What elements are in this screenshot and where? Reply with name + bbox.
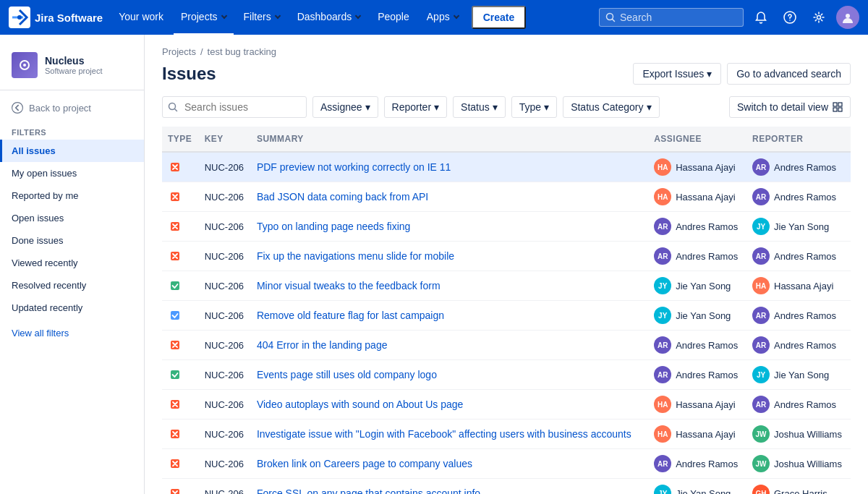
create-button[interactable]: Create: [472, 6, 527, 29]
search-issues-input[interactable]: [162, 96, 307, 118]
breadcrumb-projects[interactable]: Projects: [162, 46, 196, 57]
nav-apps[interactable]: Apps: [420, 0, 466, 35]
issue-reporter-cell: AR Andres Ramos: [746, 331, 851, 360]
table-row[interactable]: NUC-206 Minor visual tweaks to the feedb…: [162, 271, 851, 301]
issue-summary[interactable]: PDF preview not working correctly on IE …: [257, 161, 451, 173]
reporter-avatar: AR: [752, 158, 770, 176]
breadcrumb-project[interactable]: test bug tracking: [208, 46, 276, 57]
issue-summary[interactable]: Minor visual tweaks to the feedback form: [257, 280, 441, 291]
search-bar[interactable]: Search: [599, 8, 744, 27]
reporter-filter-button[interactable]: Reporter ▾: [384, 96, 447, 118]
issue-key[interactable]: NUC-206: [205, 429, 244, 440]
issue-key[interactable]: NUC-206: [205, 251, 244, 262]
reporter-name: Andres Ramos: [774, 340, 836, 351]
settings-button[interactable]: [807, 6, 830, 29]
table-row[interactable]: NUC-206 Force SSL on any page that conta…: [162, 479, 851, 495]
issue-type-icon-story: [168, 278, 182, 293]
issue-summary[interactable]: Video autoplays with sound on About Us p…: [257, 399, 463, 410]
issue-key[interactable]: NUC-206: [205, 488, 244, 494]
issue-key[interactable]: NUC-206: [205, 340, 244, 351]
sidebar-item-updated-recently[interactable]: Updated recently: [0, 297, 144, 319]
sidebar-item-my-open-issues[interactable]: My open issues: [0, 162, 144, 184]
filters-dropdown-icon: [274, 13, 280, 19]
table-row[interactable]: NUC-206 Fix up the navigations menu slid…: [162, 242, 851, 271]
issue-type-icon-bug: [168, 219, 182, 234]
issue-key-cell: NUC-206: [199, 390, 251, 420]
type-filter-button[interactable]: Type ▾: [511, 96, 557, 118]
reporter-chevron-icon: ▾: [434, 101, 439, 113]
view-all-filters-link[interactable]: View all filters: [0, 322, 144, 344]
issue-key[interactable]: NUC-206: [205, 399, 244, 410]
issue-key-cell: NUC-206: [199, 182, 251, 212]
sidebar-item-viewed-recently[interactable]: Viewed recently: [0, 252, 144, 274]
assignee-avatar: JY: [654, 277, 671, 294]
table-row[interactable]: NUC-206 Remove old feature flag for last…: [162, 301, 851, 331]
issue-key[interactable]: NUC-206: [205, 310, 244, 321]
reporter-name: Joshua Williams: [774, 429, 842, 440]
nav-projects[interactable]: Projects: [174, 0, 234, 35]
nav-your-work[interactable]: Your work: [111, 0, 171, 35]
nav-dashboards[interactable]: Dashboards: [290, 0, 368, 35]
sidebar-item-reported-by-me[interactable]: Reported by me: [0, 184, 144, 207]
issue-assignee-cell: JY Jie Yan Song: [648, 301, 746, 331]
switch-view-button[interactable]: Switch to detail view: [729, 96, 851, 118]
issue-type-cell: [162, 390, 199, 420]
issue-key[interactable]: NUC-206: [205, 459, 244, 469]
issue-summary[interactable]: Events page still uses old company logo: [257, 369, 437, 380]
issue-summary[interactable]: Remove old feature flag for last campaig…: [257, 310, 444, 321]
issue-summary[interactable]: Broken link on Careers page to company v…: [257, 458, 472, 469]
nav-people[interactable]: People: [370, 0, 417, 35]
help-button[interactable]: [778, 6, 801, 29]
issue-summary[interactable]: Investigate issue with "Login with Faceb…: [257, 428, 631, 440]
user-avatar[interactable]: [836, 6, 859, 29]
nav-filters[interactable]: Filters: [237, 0, 287, 35]
status-category-filter-button[interactable]: Status Category ▾: [563, 96, 659, 118]
table-row[interactable]: NUC-206 Events page still uses old compa…: [162, 360, 851, 390]
issue-reporter-cell: GH Grace Harris: [746, 479, 851, 495]
table-row[interactable]: NUC-206 404 Error in the landing page AR…: [162, 331, 851, 360]
sidebar-item-resolved-recently[interactable]: Resolved recently: [0, 274, 144, 297]
switch-view-icon: [833, 102, 843, 112]
issue-key[interactable]: NUC-206: [205, 162, 244, 173]
issue-key[interactable]: NUC-206: [205, 281, 244, 291]
issue-key[interactable]: NUC-206: [205, 192, 244, 203]
back-to-project-link[interactable]: Back to project: [0, 96, 144, 119]
app-logo[interactable]: Jira Software: [9, 7, 103, 28]
table-row[interactable]: NUC-206 PDF preview not working correctl…: [162, 152, 851, 182]
sidebar-item-done-issues[interactable]: Done issues: [0, 229, 144, 252]
export-issues-button[interactable]: Export Issues ▾: [633, 63, 721, 85]
issue-summary-cell: Fix up the navigations menu slide for mo…: [251, 242, 648, 271]
advanced-search-button[interactable]: Go to advanced search: [727, 63, 851, 85]
table-row[interactable]: NUC-206 Broken link on Careers page to c…: [162, 449, 851, 479]
col-key: Key: [199, 127, 251, 152]
avatar-image: [841, 10, 855, 25]
issue-type-icon-bug: [168, 456, 182, 471]
table-row[interactable]: NUC-206 Investigate issue with "Login wi…: [162, 420, 851, 449]
issue-summary[interactable]: Typo on landing page needs fixing: [257, 221, 411, 232]
assignee-filter-button[interactable]: Assignee ▾: [312, 96, 378, 118]
issue-type-icon-bug: [168, 397, 182, 412]
sidebar-item-all-issues[interactable]: All issues: [0, 140, 144, 162]
issue-key[interactable]: NUC-206: [205, 221, 244, 232]
table-row[interactable]: NUC-206 Typo on landing page needs fixin…: [162, 212, 851, 242]
issue-key[interactable]: NUC-206: [205, 370, 244, 380]
issue-summary-cell: Remove old feature flag for last campaig…: [251, 301, 648, 331]
sidebar-item-open-issues[interactable]: Open issues: [0, 207, 144, 229]
notifications-button[interactable]: [749, 6, 773, 29]
issue-assignee-cell: AR Andres Ramos: [648, 449, 746, 479]
issue-summary[interactable]: Fix up the navigations menu slide for mo…: [257, 250, 454, 262]
issue-summary[interactable]: 404 Error in the landing page: [257, 339, 388, 351]
issue-reporter-cell: JY Jie Yan Song: [746, 212, 851, 242]
project-info: Nucleus Software project: [45, 55, 102, 75]
col-reporter: Reporter: [746, 127, 851, 152]
issue-summary[interactable]: Force SSL on any page that contains acco…: [257, 487, 480, 494]
table-row[interactable]: NUC-206 Video autoplays with sound on Ab…: [162, 390, 851, 420]
issue-summary-cell: Broken link on Careers page to company v…: [251, 449, 648, 479]
assignee-avatar: HA: [654, 188, 671, 205]
issue-reporter-cell: AR Andres Ramos: [746, 390, 851, 420]
main-content: Projects / test bug tracking Issues Expo…: [145, 35, 868, 494]
table-row[interactable]: NUC-206 Bad JSON data coming back from A…: [162, 182, 851, 212]
issue-type-cell: [162, 360, 199, 390]
issue-summary[interactable]: Bad JSON data coming back from API: [257, 191, 428, 203]
status-filter-button[interactable]: Status ▾: [453, 96, 506, 118]
